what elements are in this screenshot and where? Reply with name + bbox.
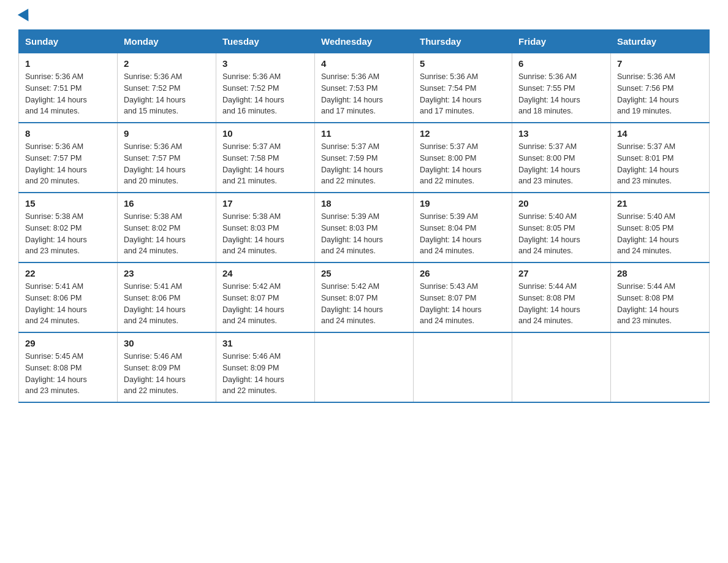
day-number: 2 <box>124 58 210 69</box>
day-number: 20 <box>518 198 604 209</box>
day-info: Sunrise: 5:42 AMSunset: 8:07 PMDaylight:… <box>222 281 308 327</box>
calendar-cell: 2Sunrise: 5:36 AMSunset: 7:52 PMDaylight… <box>118 53 216 123</box>
day-info: Sunrise: 5:36 AMSunset: 7:52 PMDaylight:… <box>124 71 210 117</box>
day-number: 14 <box>617 128 703 139</box>
day-info: Sunrise: 5:37 AMSunset: 8:00 PMDaylight:… <box>518 141 604 187</box>
day-info: Sunrise: 5:37 AMSunset: 7:59 PMDaylight:… <box>321 141 407 187</box>
calendar-cell: 1Sunrise: 5:36 AMSunset: 7:51 PMDaylight… <box>19 53 118 123</box>
day-number: 4 <box>321 58 407 69</box>
day-number: 18 <box>321 198 407 209</box>
calendar-cell: 11Sunrise: 5:37 AMSunset: 7:59 PMDayligh… <box>315 123 414 193</box>
header-row: Sunday Monday Tuesday Wednesday Thursday… <box>19 30 710 53</box>
day-number: 29 <box>25 338 111 348</box>
day-info: Sunrise: 5:36 AMSunset: 7:54 PMDaylight:… <box>420 71 506 117</box>
calendar-cell: 25Sunrise: 5:42 AMSunset: 8:07 PMDayligh… <box>315 262 414 332</box>
day-info: Sunrise: 5:41 AMSunset: 8:06 PMDaylight:… <box>25 281 111 327</box>
day-number: 25 <box>321 268 407 278</box>
day-number: 10 <box>222 128 308 139</box>
day-number: 26 <box>420 268 506 278</box>
day-info: Sunrise: 5:36 AMSunset: 7:51 PMDaylight:… <box>25 71 111 117</box>
calendar-cell <box>611 332 710 402</box>
day-info: Sunrise: 5:45 AMSunset: 8:08 PMDaylight:… <box>25 351 111 397</box>
calendar-cell: 13Sunrise: 5:37 AMSunset: 8:00 PMDayligh… <box>512 123 611 193</box>
calendar-cell: 18Sunrise: 5:39 AMSunset: 8:03 PMDayligh… <box>315 193 414 262</box>
calendar-cell: 7Sunrise: 5:36 AMSunset: 7:56 PMDaylight… <box>611 53 710 123</box>
day-number: 11 <box>321 128 407 139</box>
calendar-cell: 15Sunrise: 5:38 AMSunset: 8:02 PMDayligh… <box>19 193 118 262</box>
day-number: 17 <box>222 198 308 209</box>
day-info: Sunrise: 5:44 AMSunset: 8:08 PMDaylight:… <box>617 281 703 327</box>
calendar-body: 1Sunrise: 5:36 AMSunset: 7:51 PMDaylight… <box>19 53 710 403</box>
logo <box>18 12 32 23</box>
day-info: Sunrise: 5:44 AMSunset: 8:08 PMDaylight:… <box>518 281 604 327</box>
day-number: 21 <box>617 198 703 209</box>
day-number: 16 <box>124 198 210 209</box>
day-info: Sunrise: 5:38 AMSunset: 8:02 PMDaylight:… <box>124 211 210 257</box>
calendar-cell <box>414 332 512 402</box>
day-info: Sunrise: 5:36 AMSunset: 7:55 PMDaylight:… <box>518 71 604 117</box>
calendar-table: Sunday Monday Tuesday Wednesday Thursday… <box>18 29 710 403</box>
day-number: 1 <box>25 58 111 69</box>
calendar-week-row: 1Sunrise: 5:36 AMSunset: 7:51 PMDaylight… <box>19 53 710 123</box>
day-info: Sunrise: 5:40 AMSunset: 8:05 PMDaylight:… <box>518 211 604 257</box>
day-number: 13 <box>518 128 604 139</box>
day-number: 31 <box>222 338 308 348</box>
day-info: Sunrise: 5:46 AMSunset: 8:09 PMDaylight:… <box>124 351 210 397</box>
calendar-cell: 9Sunrise: 5:36 AMSunset: 7:57 PMDaylight… <box>118 123 216 193</box>
day-info: Sunrise: 5:36 AMSunset: 7:53 PMDaylight:… <box>321 71 407 117</box>
calendar-cell: 30Sunrise: 5:46 AMSunset: 8:09 PMDayligh… <box>118 332 216 402</box>
day-number: 3 <box>222 58 308 69</box>
calendar-cell: 28Sunrise: 5:44 AMSunset: 8:08 PMDayligh… <box>611 262 710 332</box>
calendar-cell: 5Sunrise: 5:36 AMSunset: 7:54 PMDaylight… <box>414 53 512 123</box>
header-monday: Monday <box>118 30 216 53</box>
calendar-cell: 31Sunrise: 5:46 AMSunset: 8:09 PMDayligh… <box>216 332 315 402</box>
day-info: Sunrise: 5:40 AMSunset: 8:05 PMDaylight:… <box>617 211 703 257</box>
day-info: Sunrise: 5:43 AMSunset: 8:07 PMDaylight:… <box>420 281 506 327</box>
calendar-cell: 10Sunrise: 5:37 AMSunset: 7:58 PMDayligh… <box>216 123 315 193</box>
day-info: Sunrise: 5:37 AMSunset: 8:00 PMDaylight:… <box>420 141 506 187</box>
calendar-week-row: 22Sunrise: 5:41 AMSunset: 8:06 PMDayligh… <box>19 262 710 332</box>
day-info: Sunrise: 5:46 AMSunset: 8:09 PMDaylight:… <box>222 351 308 397</box>
header-tuesday: Tuesday <box>216 30 315 53</box>
calendar-cell: 29Sunrise: 5:45 AMSunset: 8:08 PMDayligh… <box>19 332 118 402</box>
calendar-cell: 8Sunrise: 5:36 AMSunset: 7:57 PMDaylight… <box>19 123 118 193</box>
day-info: Sunrise: 5:38 AMSunset: 8:02 PMDaylight:… <box>25 211 111 257</box>
day-number: 19 <box>420 198 506 209</box>
day-number: 7 <box>617 58 703 69</box>
day-info: Sunrise: 5:39 AMSunset: 8:04 PMDaylight:… <box>420 211 506 257</box>
day-number: 27 <box>518 268 604 278</box>
calendar-cell: 21Sunrise: 5:40 AMSunset: 8:05 PMDayligh… <box>611 193 710 262</box>
calendar-cell: 14Sunrise: 5:37 AMSunset: 8:01 PMDayligh… <box>611 123 710 193</box>
day-number: 6 <box>518 58 604 69</box>
calendar-cell <box>512 332 611 402</box>
day-info: Sunrise: 5:37 AMSunset: 7:58 PMDaylight:… <box>222 141 308 187</box>
calendar-cell <box>315 332 414 402</box>
calendar-cell: 20Sunrise: 5:40 AMSunset: 8:05 PMDayligh… <box>512 193 611 262</box>
day-number: 24 <box>222 268 308 278</box>
day-info: Sunrise: 5:42 AMSunset: 8:07 PMDaylight:… <box>321 281 407 327</box>
header-thursday: Thursday <box>414 30 512 53</box>
day-info: Sunrise: 5:37 AMSunset: 8:01 PMDaylight:… <box>617 141 703 187</box>
calendar-cell: 3Sunrise: 5:36 AMSunset: 7:52 PMDaylight… <box>216 53 315 123</box>
day-info: Sunrise: 5:41 AMSunset: 8:06 PMDaylight:… <box>124 281 210 327</box>
calendar-header: Sunday Monday Tuesday Wednesday Thursday… <box>19 30 710 53</box>
calendar-cell: 12Sunrise: 5:37 AMSunset: 8:00 PMDayligh… <box>414 123 512 193</box>
calendar-cell: 4Sunrise: 5:36 AMSunset: 7:53 PMDaylight… <box>315 53 414 123</box>
day-number: 23 <box>124 268 210 278</box>
calendar-week-row: 8Sunrise: 5:36 AMSunset: 7:57 PMDaylight… <box>19 123 710 193</box>
day-info: Sunrise: 5:36 AMSunset: 7:57 PMDaylight:… <box>25 141 111 187</box>
calendar-cell: 16Sunrise: 5:38 AMSunset: 8:02 PMDayligh… <box>118 193 216 262</box>
calendar-cell: 22Sunrise: 5:41 AMSunset: 8:06 PMDayligh… <box>19 262 118 332</box>
calendar-cell: 19Sunrise: 5:39 AMSunset: 8:04 PMDayligh… <box>414 193 512 262</box>
day-info: Sunrise: 5:39 AMSunset: 8:03 PMDaylight:… <box>321 211 407 257</box>
calendar-cell: 24Sunrise: 5:42 AMSunset: 8:07 PMDayligh… <box>216 262 315 332</box>
calendar-cell: 27Sunrise: 5:44 AMSunset: 8:08 PMDayligh… <box>512 262 611 332</box>
calendar-cell: 6Sunrise: 5:36 AMSunset: 7:55 PMDaylight… <box>512 53 611 123</box>
day-number: 28 <box>617 268 703 278</box>
header-sunday: Sunday <box>19 30 118 53</box>
day-number: 30 <box>124 338 210 348</box>
header-wednesday: Wednesday <box>315 30 414 53</box>
header-friday: Friday <box>512 30 611 53</box>
day-number: 8 <box>25 128 111 139</box>
day-number: 5 <box>420 58 506 69</box>
